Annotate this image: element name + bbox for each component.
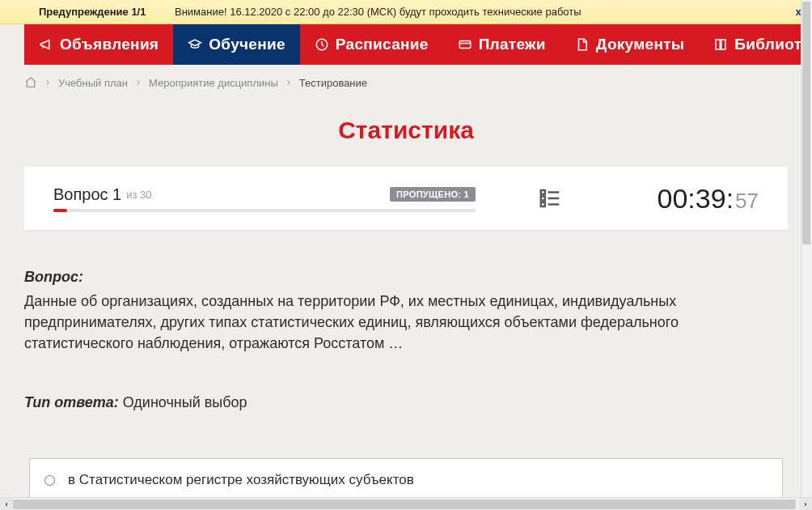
page-title: Статистика [0, 117, 812, 144]
vertical-scroll-thumb[interactable] [802, 2, 810, 244]
svg-rect-4 [541, 197, 545, 201]
horizontal-scroll-track[interactable] [13, 498, 799, 511]
question-label: Вопрос: [24, 269, 788, 286]
payments-icon [458, 37, 472, 52]
home-icon[interactable] [24, 76, 37, 89]
answer-radio[interactable] [44, 475, 55, 486]
scroll-right-button[interactable] [799, 498, 812, 511]
answer-option[interactable]: в Статистическом регистре хозяйствующих … [29, 458, 783, 497]
timer-seconds: 57 [735, 189, 759, 214]
question-text: Данные об организациях, созданных на тер… [24, 291, 788, 354]
breadcrumb-discipline-event[interactable]: Мероприятие дисциплины [149, 77, 278, 89]
nav-label: Расписание [336, 36, 429, 53]
nav-announcements[interactable]: Объявления [24, 24, 173, 65]
nav-label: Объявления [60, 36, 159, 53]
scroll-left-button[interactable] [0, 498, 13, 511]
answer-options: в Статистическом регистре хозяйствующих … [29, 458, 783, 497]
education-icon [188, 37, 202, 52]
nav-label: Документы [596, 36, 685, 53]
chevron-right-icon [285, 79, 293, 87]
status-card: Вопрос 1 из 30 ПРОПУЩЕНО: 1 [24, 167, 788, 230]
breadcrumb-study-plan[interactable]: Учебный план [58, 77, 128, 89]
horizontal-scrollbar[interactable] [0, 497, 812, 510]
vertical-scrollbar[interactable] [801, 0, 812, 497]
nav-label: Платежи [479, 36, 546, 53]
question-total: из 30 [126, 189, 151, 201]
svg-rect-1 [459, 41, 471, 49]
breadcrumb-current: Тестирование [299, 77, 367, 89]
nav-education[interactable]: Обучение [173, 24, 300, 65]
answer-type-label: Тип ответа: [24, 394, 119, 410]
documents-icon [575, 37, 590, 52]
main-nav: Объявления Обучение Расписание Платежи [24, 24, 788, 65]
progress-fill [53, 209, 67, 212]
nav-label: Обучение [209, 36, 285, 53]
answer-type-value-text: Одиночный выбор [123, 394, 247, 410]
answer-option-label: в Статистическом регистре хозяйствующих … [68, 472, 414, 488]
nav-schedule[interactable]: Расписание [300, 24, 443, 65]
chevron-right-icon [134, 79, 142, 87]
warning-bar: Предупреждение 1/1 Внимание! 16.12.2020 … [0, 0, 812, 24]
nav-payments[interactable]: Платежи [443, 24, 560, 65]
warning-text: Внимание! 16.12.2020 с 22:00 до 22:30 (М… [175, 6, 785, 18]
question-number: Вопрос 1 [53, 185, 121, 204]
timer-main: 00:39: [658, 183, 734, 215]
chevron-right-icon [44, 79, 52, 87]
announce-icon [39, 37, 53, 52]
svg-rect-2 [541, 190, 545, 194]
question-list-button[interactable] [532, 181, 568, 216]
horizontal-scroll-thumb[interactable] [13, 499, 796, 509]
nav-library[interactable]: Библиотека [699, 24, 812, 65]
schedule-icon [315, 37, 329, 52]
skipped-badge: ПРОПУЩЕНО: 1 [390, 187, 476, 202]
library-icon [713, 37, 728, 52]
warning-counter: Предупреждение 1/1 [0, 6, 175, 18]
breadcrumb: Учебный план Мероприятие дисциплины Тест… [24, 65, 788, 100]
timer: 00:39:57 [658, 183, 759, 215]
nav-documents[interactable]: Документы [560, 24, 700, 65]
progress-bar [53, 209, 476, 212]
svg-rect-6 [541, 202, 545, 206]
